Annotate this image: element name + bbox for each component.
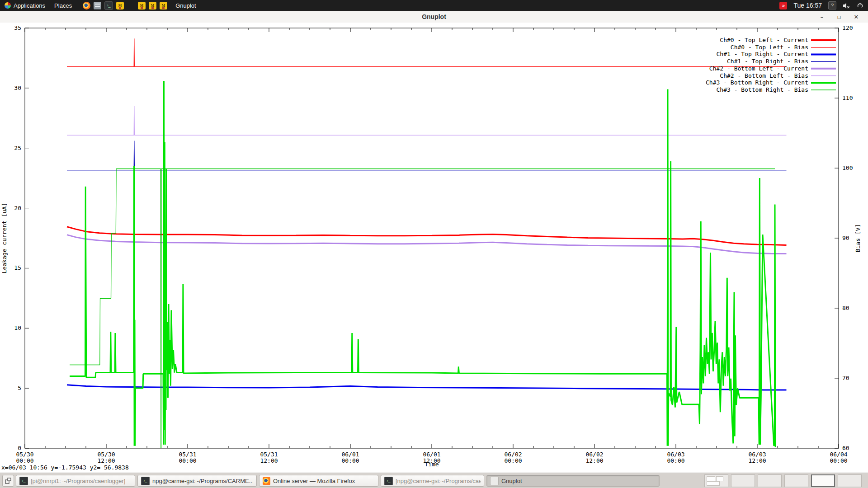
terminal-launcher-icon[interactable]: ›_ (104, 1, 113, 10)
panel-launchers: ›_MMMM (83, 1, 167, 10)
x-tick-label: 06/0100:00 (341, 451, 359, 464)
terminal-icon: ›_ (141, 477, 150, 485)
y-right-axis-title: Bias [V] (854, 224, 861, 253)
power-icon[interactable] (857, 2, 863, 9)
x-tick-label: 05/3000:00 (16, 451, 33, 464)
legend-entry-label: Ch#3 - Bottom Right - Bias (717, 86, 809, 93)
workspace-6[interactable] (838, 474, 862, 487)
y-left-tick-label: 0 (18, 445, 21, 451)
workspace-2[interactable] (731, 474, 755, 487)
keyboard-layout-icon[interactable]: ? (828, 1, 836, 9)
file-manager-launcher-icon[interactable] (94, 2, 101, 9)
applications-menu-label: Applications (14, 2, 45, 9)
series-5 (67, 106, 787, 135)
window-controls: – ▫ ✕ (818, 14, 868, 20)
y-left-tick-label: 20 (14, 205, 21, 211)
taskbar-button-label: Online server — Mozilla Firefox (273, 478, 355, 484)
y-right-tick-label: 60 (842, 445, 849, 451)
close-button[interactable]: ✕ (853, 14, 860, 20)
x-tick-label: 05/3112:00 (260, 451, 278, 464)
taskbar-button-label: [npg@carme-gsi:~/Programs/caenlo... (396, 478, 481, 484)
y-right-tick-label: 70 (842, 375, 849, 381)
notification-icon[interactable]: » (779, 2, 787, 9)
y-left-tick-label: 30 (14, 84, 21, 91)
x-axis: 05/3000:0005/3012:0005/3100:0005/3112:00… (16, 28, 847, 464)
x-tick-label: 06/0200:00 (504, 451, 522, 464)
maximize-button[interactable]: ▫ (835, 14, 843, 20)
series-3 (67, 141, 787, 170)
workspace-5[interactable] (811, 474, 835, 487)
mini-window (707, 476, 715, 481)
y-right-tick-label: 80 (842, 305, 849, 311)
x-tick-label: 05/3100:00 (179, 451, 196, 464)
window-title: Gnuplot (0, 13, 868, 20)
active-app-label: Gnuplot (175, 2, 196, 9)
series-2 (67, 385, 787, 390)
clock[interactable]: Tue 16:57 (793, 2, 822, 9)
y-right-tick-label: 110 (842, 94, 853, 101)
applications-menu[interactable]: Applications (0, 0, 50, 11)
screenshot-tool-launcher-icon[interactable] (127, 2, 135, 9)
legend: Ch#0 - Top Left - CurrentCh#0 - Top Left… (706, 37, 836, 93)
legend-entry-label: Ch#3 - Bottom Right - Current (706, 79, 808, 86)
legend-entry-label: Ch#0 - Top Left - Current (720, 37, 808, 43)
y-left-tick-label: 25 (14, 145, 21, 151)
taskbar-button-2[interactable]: ›_npg@carme-gsi:~/Programs/CARME... (137, 475, 257, 487)
firefox-icon (263, 477, 270, 485)
legend-entry-label: Ch#1 - Top Right - Bias (727, 58, 808, 65)
y-right-tick-label: 90 (842, 235, 849, 241)
legend-entry-label: Ch#0 - Top Left - Bias (731, 44, 808, 51)
mini-window (707, 481, 720, 486)
x-tick-label: 06/0300:00 (667, 451, 684, 464)
applications-menu-icon (5, 2, 11, 9)
firefox-launcher-icon[interactable] (83, 2, 90, 9)
taskbar-button-label: Gnuplot (501, 478, 522, 484)
terminal-icon: ›_ (384, 477, 393, 485)
top-panel: Applications Places ›_MMMM Gnuplot » Tue… (0, 0, 868, 11)
series-6 (70, 81, 775, 447)
x-tick-label: 06/0400:00 (830, 451, 847, 464)
y-left-tick-label: 15 (14, 264, 21, 271)
titlebar[interactable]: Gnuplot – ▫ ✕ (0, 11, 868, 23)
show-desktop-button[interactable] (2, 475, 14, 487)
midas-launcher-icon[interactable]: M (138, 2, 146, 9)
x-axis-title: Time (425, 461, 439, 468)
taskbar-button-label: npg@carme-gsi:~/Programs/CARME... (152, 478, 253, 484)
places-menu-label: Places (54, 2, 72, 9)
midas-launcher-icon[interactable]: M (116, 2, 124, 9)
taskbar-button-1[interactable]: ›_[pi@nnrpi1: ~/Programs/caenlogger] (16, 475, 135, 487)
midas-launcher-icon[interactable]: M (149, 2, 156, 9)
gnuplot-canvas[interactable]: 05/3000:0005/3012:0005/3100:0005/3112:00… (0, 23, 868, 473)
series-4 (67, 235, 787, 254)
series-1 (67, 38, 787, 66)
taskbar-button-3[interactable]: Online server — Mozilla Firefox (259, 475, 378, 487)
x-tick-label: 06/0312:00 (748, 451, 766, 464)
volume-muted-icon[interactable] (843, 2, 850, 9)
legend-entry-label: Ch#2 - Bottom Left - Bias (720, 72, 808, 79)
y-left-tick-label: 35 (14, 24, 21, 31)
gnuplot-doc-icon (490, 477, 499, 485)
taskbar-button-label: [pi@nnrpi1: ~/Programs/caenlogger] (31, 478, 125, 484)
workspace-4[interactable] (784, 474, 808, 487)
y-left-tick-label: 5 (18, 385, 21, 391)
midas-launcher-icon[interactable]: M (160, 2, 167, 9)
y-left-axis-title: Leakage current [uA] (1, 203, 8, 274)
legend-entry-label: Ch#1 - Top Right - Current (717, 51, 809, 57)
legend-entry-label: Ch#2 - Bottom Left - Current (709, 65, 808, 72)
y-right-tick-label: 100 (842, 164, 853, 171)
panel-indicators: » Tue 16:57 ? (779, 1, 868, 9)
taskbar-button-4[interactable]: ›_[npg@carme-gsi:~/Programs/caenlo... (381, 475, 484, 487)
task-button-list: ›_[pi@nnrpi1: ~/Programs/caenlogger]›_np… (16, 475, 660, 487)
y-left-tick-label: 10 (14, 324, 21, 331)
places-menu[interactable]: Places (50, 0, 76, 11)
x-tick-label: 06/0212:00 (585, 451, 603, 464)
gnuplot-chart: 05/3000:0005/3012:0005/3100:0005/3112:00… (0, 23, 868, 473)
x-tick-label: 05/3012:00 (97, 451, 115, 464)
workspace-1[interactable] (704, 474, 728, 487)
taskbar-button-5[interactable]: Gnuplot (486, 475, 660, 487)
mini-window (716, 476, 723, 481)
taskbar: ›_[pi@nnrpi1: ~/Programs/caenlogger]›_np… (0, 473, 868, 488)
workspace-3[interactable] (758, 474, 782, 487)
workspace-pager (704, 474, 868, 487)
minimize-button[interactable]: – (818, 14, 826, 20)
